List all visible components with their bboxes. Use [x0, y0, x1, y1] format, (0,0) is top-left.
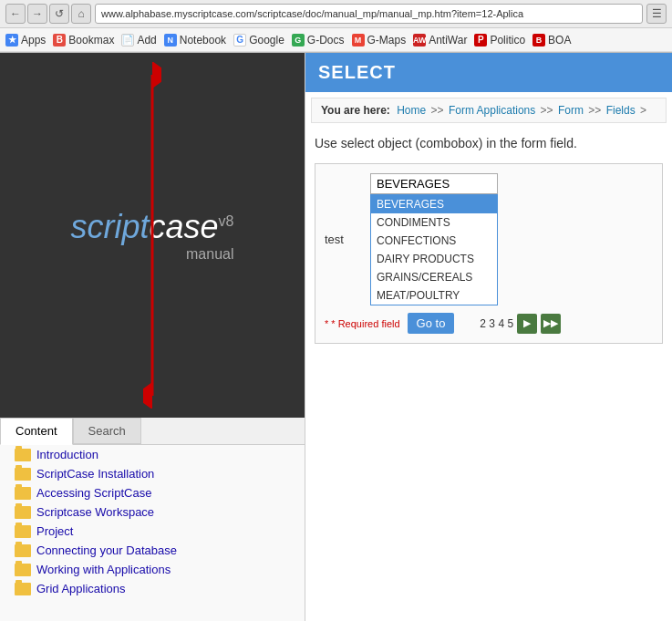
breadcrumb-sep-5: > — [640, 104, 646, 117]
sidebar-item-label-6: Working with Applications — [36, 563, 171, 576]
gdocs-icon: G — [292, 34, 305, 47]
forward-button[interactable]: → — [27, 4, 47, 24]
breadcrumb-form-apps[interactable]: Form Applications — [449, 104, 535, 117]
select-input[interactable]: BEVERAGES CONDIMENTS CONFECTIONS DAIRY P… — [370, 173, 498, 194]
home-button[interactable]: ⌂ — [71, 4, 91, 24]
sidebar-item-introduction[interactable]: Introduction — [0, 445, 305, 464]
folder-icon-5 — [15, 544, 31, 557]
bookmark-gmaps-label: G-Maps — [367, 34, 407, 47]
select-wrapper: BEVERAGES CONDIMENTS CONFECTIONS DAIRY P… — [370, 173, 498, 194]
breadcrumb-form[interactable]: Form — [558, 104, 584, 117]
boa-icon: B — [532, 34, 545, 47]
bookmark-gmaps[interactable]: M G-Maps — [352, 34, 407, 47]
sidebar-item-scriptcase-installation[interactable]: ScriptCase Installation — [0, 464, 305, 483]
left-panel-inner: Introduction ScriptCase Installation Acc… — [0, 445, 305, 621]
politico-icon: P — [474, 34, 487, 47]
sidebar-item-connecting-database[interactable]: Connecting your Database — [0, 541, 305, 560]
sidebar-item-scriptcase-workspace[interactable]: Scriptcase Workspace — [0, 502, 305, 522]
bookmax-icon: B — [53, 34, 66, 47]
select-container: BEVERAGES CONDIMENTS CONFECTIONS DAIRY P… — [370, 173, 498, 305]
menu-button[interactable]: ☰ — [646, 4, 667, 24]
page-numbers: 2 3 4 5 — [480, 317, 513, 330]
right-panel: SELECT You are here: Home >> Form Applic… — [305, 53, 672, 621]
field-label: test — [325, 233, 361, 246]
add-icon: 📄 — [121, 34, 134, 47]
pagination: 2 3 4 5 ▶ ▶▶ — [480, 314, 561, 334]
next-page-button[interactable]: ▶ — [517, 314, 537, 334]
browser-chrome: ← → ↺ ⌂ www.alphabase.myscriptcase.com/s… — [0, 0, 672, 53]
sidebar-item-project[interactable]: Project — [0, 522, 305, 541]
bookmark-gdocs[interactable]: G G-Docs — [292, 34, 345, 47]
sidebar-item-label-3: Scriptcase Workspace — [36, 505, 154, 519]
nav-buttons: ← → ↺ ⌂ — [5, 4, 91, 24]
sidebar-item-label-2: Accessing ScriptCase — [36, 486, 151, 500]
folder-icon-6 — [15, 564, 31, 576]
breadcrumb-sep-2: >> — [431, 104, 447, 117]
bookmark-politico-label: Politico — [490, 34, 525, 47]
dropdown-item-grains[interactable]: GRAINS/CEREALS — [371, 268, 497, 286]
required-text: * Required field — [331, 318, 399, 329]
back-button[interactable]: ← — [5, 4, 26, 24]
dropdown-item-dairy[interactable]: DAIRY PRODUCTS — [371, 250, 497, 268]
bookmark-boa-label: BOA — [548, 34, 571, 47]
logo-v8: v8 — [219, 213, 234, 229]
bookmark-gdocs-label: G-Docs — [307, 34, 345, 47]
folder-icon-1 — [15, 468, 31, 481]
sidebar-item-working-applications[interactable]: Working with Applications — [0, 560, 305, 579]
breadcrumb: You are here: Home >> Form Applications … — [311, 98, 667, 123]
bookmark-boa[interactable]: B BOA — [532, 34, 571, 47]
go-to-button[interactable]: Go to — [408, 313, 455, 334]
breadcrumb-you-are-here: You are here: — [321, 104, 390, 117]
tab-search[interactable]: Search — [73, 418, 141, 444]
bookmark-google[interactable]: G Google — [233, 34, 284, 47]
required-label: * * Required field — [325, 318, 400, 329]
bookmark-apps-label: Apps — [21, 34, 46, 47]
logo-script: script — [71, 208, 150, 245]
last-page-button[interactable]: ▶▶ — [541, 314, 561, 334]
bookmark-add-label: Add — [137, 34, 156, 47]
demo-area: test BEVERAGES CONDIMENTS CONFECTIONS DA… — [315, 163, 663, 344]
red-arrow — [143, 62, 161, 409]
breadcrumb-fields[interactable]: Fields — [606, 104, 636, 117]
select-title: SELECT — [318, 62, 659, 83]
browser-toolbar: ← → ↺ ⌂ www.alphabase.myscriptcase.com/s… — [0, 0, 672, 28]
bookmark-politico[interactable]: P Politico — [474, 34, 525, 47]
folder-icon-3 — [15, 506, 31, 519]
breadcrumb-sep-4: >> — [588, 104, 604, 117]
select-header: SELECT — [305, 53, 672, 92]
required-star: * — [325, 318, 328, 329]
dropdown-item-confections[interactable]: CONFECTIONS — [371, 232, 497, 250]
address-bar[interactable]: www.alphabase.myscriptcase.com/scriptcas… — [95, 4, 643, 24]
dropdown-item-condiments[interactable]: CONDIMENTS — [371, 213, 497, 232]
apps-icon: ★ — [5, 34, 18, 47]
bookmark-bookmax[interactable]: B Bookmax — [53, 34, 114, 47]
bookmark-bookmax-label: Bookmax — [68, 34, 114, 47]
tab-content[interactable]: Content — [0, 418, 73, 445]
description: Use select object (combobox) in the form… — [305, 129, 672, 158]
gmaps-icon: M — [352, 34, 365, 47]
bookmark-add[interactable]: 📄 Add — [121, 34, 156, 47]
sidebar-item-accessing-scriptcase[interactable]: Accessing ScriptCase — [0, 483, 305, 502]
dropdown-item-beverages[interactable]: BEVERAGES — [371, 195, 497, 213]
bookmark-apps[interactable]: ★ Apps — [5, 34, 46, 47]
antiwar-icon: AW — [413, 34, 426, 47]
bookmark-notebook[interactable]: N Notebook — [164, 34, 226, 47]
sidebar-item-label-1: ScriptCase Installation — [36, 467, 154, 481]
bookmark-notebook-label: Notebook — [180, 34, 226, 47]
google-icon: G — [233, 34, 246, 47]
dropdown-item-meat[interactable]: MEAT/POULTRY — [371, 286, 497, 305]
sidebar-header: scriptcasev8 manual — [0, 53, 305, 418]
sidebar-item-label-0: Introduction — [36, 448, 98, 461]
breadcrumb-home[interactable]: Home — [397, 104, 426, 117]
folder-icon-2 — [15, 487, 31, 500]
bookmark-antiwar-label: AntiWar — [429, 34, 467, 47]
notebook-icon: N — [164, 34, 177, 47]
sidebar-item-grid-applications[interactable]: Grid Applications — [0, 579, 305, 598]
folder-icon-4 — [15, 525, 31, 538]
bookmark-antiwar[interactable]: AW AntiWar — [413, 34, 467, 47]
sidebar-tabs: Content Search — [0, 418, 305, 445]
reload-button[interactable]: ↺ — [49, 4, 69, 24]
bookmarks-bar: ★ Apps B Bookmax 📄 Add N Notebook G Goog… — [0, 28, 672, 52]
left-panel: scriptcasev8 manual Content Se — [0, 53, 305, 621]
dropdown-list: BEVERAGES CONDIMENTS CONFECTIONS DAIRY P… — [370, 194, 498, 305]
